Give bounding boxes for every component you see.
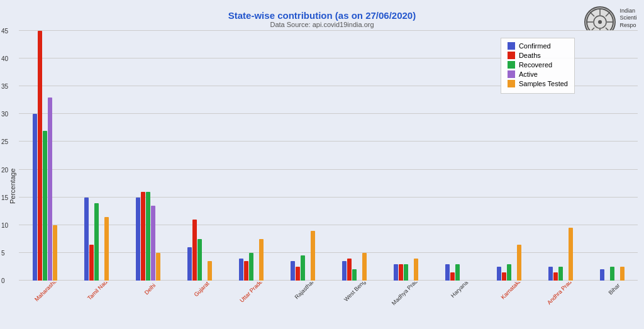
bar-deaths	[89, 245, 94, 281]
y-tick-label: 5	[1, 249, 5, 256]
legend-label: Recovered	[519, 61, 552, 69]
bar-confirmed	[136, 198, 140, 281]
svg-line-7	[590, 12, 594, 16]
y-tick-label: 40	[1, 55, 8, 62]
state-group	[328, 31, 380, 281]
bars-container	[83, 31, 110, 281]
bars-container	[31, 31, 58, 281]
bar-samples	[620, 267, 625, 281]
bar-samples	[517, 245, 521, 281]
legend-item: Active	[508, 70, 568, 78]
bar-confirmed	[548, 267, 553, 281]
legend-item: Deaths	[508, 52, 568, 59]
legend-item: Samples Tested	[508, 80, 568, 87]
bar-recovered	[146, 192, 150, 281]
legend-color-box	[508, 52, 515, 59]
y-tick-label: 20	[1, 166, 8, 173]
bar-recovered	[610, 267, 614, 281]
bar-confirmed	[497, 267, 501, 281]
state-group	[174, 31, 225, 281]
bar-deaths	[296, 267, 300, 281]
y-tick-label: 25	[1, 138, 8, 145]
chart-subtitle: Data Source: api.covid19india.org	[270, 21, 374, 28]
bar-recovered	[301, 255, 305, 281]
bar-deaths	[347, 259, 352, 281]
y-tick-label: 0	[1, 277, 5, 284]
chart-title: State-wise contribution (as on 27/06/202…	[228, 10, 416, 21]
bar-recovered	[352, 269, 357, 281]
bar-samples	[362, 253, 367, 281]
bar-confirmed	[33, 114, 37, 281]
bar-confirmed	[291, 261, 295, 281]
y-tick-label: 30	[1, 111, 8, 118]
state-group	[19, 31, 70, 281]
legend-color-box	[508, 42, 515, 50]
legend-item: Recovered	[508, 61, 568, 69]
bar-recovered	[455, 264, 460, 281]
state-group	[122, 31, 174, 281]
state-group	[277, 31, 328, 281]
bar-samples	[414, 259, 418, 281]
legend-label: Deaths	[519, 52, 541, 59]
legend: Confirmed Deaths Recovered Active Sample…	[501, 38, 575, 94]
bar-confirmed	[342, 261, 347, 281]
y-tick-label: 10	[1, 221, 8, 228]
bar-deaths	[192, 220, 197, 281]
bar-recovered	[507, 264, 511, 281]
x-labels: MaharashtraTamil NaduDelhiGujaratUttar P…	[19, 282, 638, 323]
y-tick-label: 45	[1, 28, 8, 35]
bar-confirmed	[239, 259, 243, 281]
svg-point-2	[598, 20, 602, 24]
legend-color-box	[508, 61, 515, 69]
bar-recovered	[404, 264, 408, 281]
bar-confirmed	[394, 264, 398, 281]
state-group	[70, 31, 122, 281]
y-axis-label: Percentage	[6, 31, 19, 323]
bar-active	[48, 98, 52, 281]
bars-container	[186, 31, 213, 281]
bar-samples	[311, 231, 315, 281]
bar-deaths	[450, 272, 455, 281]
svg-line-9	[606, 12, 610, 16]
legend-color-box	[508, 80, 515, 87]
bar-samples	[569, 228, 573, 281]
bar-confirmed	[600, 269, 604, 281]
bar-recovered	[249, 253, 253, 281]
bar-active	[151, 206, 155, 281]
bars-container	[341, 31, 368, 281]
legend-label: Active	[519, 70, 538, 78]
bars-container	[135, 31, 162, 281]
bars-container	[444, 31, 471, 281]
state-group	[225, 31, 277, 281]
legend-label: Confirmed	[519, 42, 551, 50]
bar-deaths	[244, 261, 248, 281]
bar-deaths	[141, 192, 145, 281]
bar-deaths	[502, 272, 506, 281]
bar-deaths	[399, 264, 403, 281]
bar-confirmed	[84, 198, 89, 281]
bar-confirmed	[187, 247, 192, 281]
y-tick-label: 35	[1, 83, 8, 90]
state-group	[380, 31, 431, 281]
bar-deaths	[38, 31, 42, 281]
bar-recovered	[197, 239, 202, 281]
bar-recovered	[94, 203, 99, 281]
bars-container	[238, 31, 265, 281]
bar-samples	[156, 253, 160, 281]
y-tick-label: 15	[1, 194, 8, 201]
bar-samples	[208, 261, 212, 281]
bar-recovered	[43, 131, 47, 281]
state-group	[431, 31, 483, 281]
bar-samples	[53, 225, 57, 281]
legend-item: Confirmed	[508, 42, 568, 50]
bar-deaths	[553, 272, 558, 281]
legend-color-box	[508, 70, 515, 78]
legend-label: Samples Tested	[519, 80, 568, 87]
bar-samples	[259, 239, 264, 281]
bars-container	[599, 31, 626, 281]
state-group	[586, 31, 638, 281]
x-label: Bihar	[594, 282, 638, 323]
bars-container	[392, 31, 419, 281]
chart-container: State-wise contribution (as on 27/06/202…	[0, 0, 644, 329]
bar-confirmed	[445, 264, 450, 281]
